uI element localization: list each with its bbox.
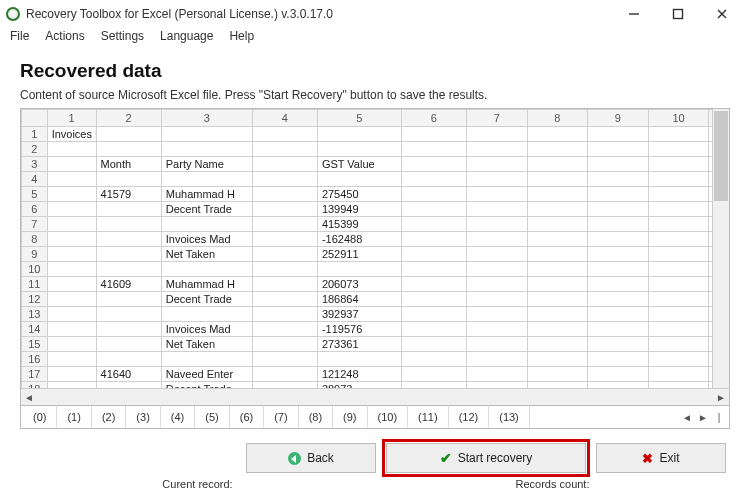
cell[interactable] — [317, 127, 401, 142]
row-header[interactable]: 2 — [22, 142, 48, 157]
cell[interactable] — [648, 202, 709, 217]
cell[interactable] — [466, 127, 527, 142]
cell[interactable] — [252, 262, 317, 277]
cell[interactable] — [47, 247, 96, 262]
sheet-tab[interactable]: (5) — [195, 406, 229, 428]
column-header[interactable]: 4 — [252, 110, 317, 127]
column-header[interactable]: 3 — [161, 110, 252, 127]
cell[interactable] — [401, 172, 466, 187]
cell[interactable] — [252, 307, 317, 322]
cell[interactable] — [161, 307, 252, 322]
cell[interactable] — [401, 232, 466, 247]
cell[interactable]: Month — [96, 157, 161, 172]
cell[interactable] — [648, 247, 709, 262]
cell[interactable] — [161, 142, 252, 157]
cell[interactable]: 392937 — [317, 307, 401, 322]
cell[interactable] — [588, 337, 649, 352]
spreadsheet-grid[interactable]: 1234567891011 1Invoices Hisa23MonthParty… — [20, 108, 730, 406]
cell[interactable] — [588, 157, 649, 172]
row-header[interactable]: 1 — [22, 127, 48, 142]
cell[interactable] — [401, 217, 466, 232]
cell[interactable] — [466, 247, 527, 262]
tab-scroll-right-icon[interactable]: ► — [695, 406, 711, 428]
vertical-scrollbar[interactable] — [712, 109, 729, 389]
cell[interactable]: 252911 — [317, 247, 401, 262]
column-header[interactable]: 1 — [47, 110, 96, 127]
cell[interactable] — [648, 127, 709, 142]
row-header[interactable]: 11 — [22, 277, 48, 292]
cell[interactable] — [47, 277, 96, 292]
row-header[interactable]: 8 — [22, 232, 48, 247]
cell[interactable]: Net Taken — [161, 247, 252, 262]
cell[interactable] — [47, 262, 96, 277]
cell[interactable] — [47, 187, 96, 202]
cell[interactable] — [401, 352, 466, 367]
cell[interactable] — [648, 142, 709, 157]
cell[interactable] — [527, 262, 588, 277]
column-header[interactable]: 9 — [588, 110, 649, 127]
cell[interactable]: Muhammad H — [161, 187, 252, 202]
cell[interactable] — [96, 262, 161, 277]
cell[interactable]: Muhammad H — [161, 277, 252, 292]
cell[interactable] — [252, 172, 317, 187]
cell[interactable] — [466, 322, 527, 337]
cell[interactable] — [161, 217, 252, 232]
cell[interactable] — [527, 127, 588, 142]
cell[interactable] — [47, 232, 96, 247]
start-recovery-button[interactable]: ✔ Start recovery — [386, 443, 586, 473]
cell[interactable] — [588, 142, 649, 157]
cell[interactable]: 275450 — [317, 187, 401, 202]
cell[interactable] — [466, 352, 527, 367]
cell[interactable] — [401, 307, 466, 322]
cell[interactable] — [588, 232, 649, 247]
sheet-tab[interactable]: (9) — [333, 406, 367, 428]
row-header[interactable]: 10 — [22, 262, 48, 277]
menu-help[interactable]: Help — [229, 29, 254, 43]
menu-language[interactable]: Language — [160, 29, 213, 43]
cell[interactable] — [527, 187, 588, 202]
cell[interactable] — [466, 337, 527, 352]
cell[interactable] — [466, 367, 527, 382]
exit-button[interactable]: ✖ Exit — [596, 443, 726, 473]
row-header[interactable]: 5 — [22, 187, 48, 202]
maximize-button[interactable] — [656, 0, 700, 28]
cell[interactable] — [648, 292, 709, 307]
cell[interactable]: Decent Trade — [161, 202, 252, 217]
cell[interactable] — [648, 217, 709, 232]
column-header[interactable]: 5 — [317, 110, 401, 127]
cell[interactable] — [317, 262, 401, 277]
cell[interactable]: 41640 — [96, 367, 161, 382]
cell[interactable] — [47, 367, 96, 382]
cell[interactable] — [252, 277, 317, 292]
horizontal-scrollbar[interactable]: ◄ ► — [21, 388, 729, 405]
cell[interactable] — [588, 322, 649, 337]
cell[interactable]: -119576 — [317, 322, 401, 337]
cell[interactable] — [96, 142, 161, 157]
column-header[interactable]: 7 — [466, 110, 527, 127]
cell[interactable] — [401, 202, 466, 217]
cell[interactable] — [527, 277, 588, 292]
sheet-tab[interactable]: (6) — [230, 406, 264, 428]
cell[interactable] — [252, 232, 317, 247]
cell[interactable] — [96, 172, 161, 187]
cell[interactable]: Invoices Mad — [161, 322, 252, 337]
cell[interactable] — [466, 217, 527, 232]
cell[interactable] — [527, 202, 588, 217]
cell[interactable] — [466, 277, 527, 292]
cell[interactable] — [648, 322, 709, 337]
cell[interactable] — [161, 262, 252, 277]
cell[interactable] — [401, 127, 466, 142]
cell[interactable] — [466, 292, 527, 307]
cell[interactable] — [47, 307, 96, 322]
cell[interactable] — [96, 352, 161, 367]
cell[interactable] — [401, 322, 466, 337]
cell[interactable]: 415399 — [317, 217, 401, 232]
cell[interactable]: GST Value — [317, 157, 401, 172]
cell[interactable] — [466, 202, 527, 217]
cell[interactable] — [648, 232, 709, 247]
back-button[interactable]: Back — [246, 443, 376, 473]
cell[interactable] — [252, 142, 317, 157]
cell[interactable] — [527, 157, 588, 172]
row-header[interactable]: 15 — [22, 337, 48, 352]
cell[interactable] — [401, 337, 466, 352]
